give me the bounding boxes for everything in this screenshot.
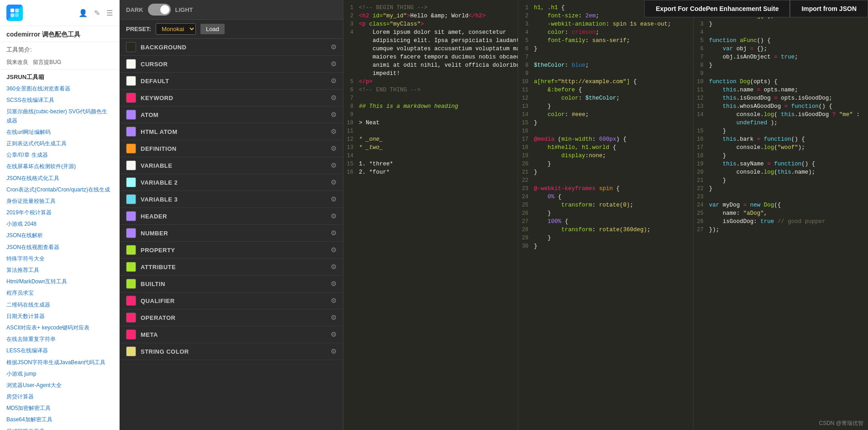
color-swatch[interactable] bbox=[126, 42, 136, 52]
sidebar-link[interactable]: 算法推荐工具 bbox=[0, 265, 119, 276]
color-swatch[interactable] bbox=[126, 346, 136, 356]
gear-icon[interactable]: ⚙ bbox=[331, 178, 337, 186]
improve-btn[interactable]: 我来改良 bbox=[6, 58, 28, 66]
gear-icon[interactable]: ⚙ bbox=[331, 144, 337, 153]
color-swatch[interactable] bbox=[126, 93, 136, 103]
color-name: META bbox=[141, 331, 326, 338]
color-name: OPERATOR bbox=[141, 314, 326, 321]
color-swatch[interactable] bbox=[126, 211, 136, 221]
dark-label: DARK bbox=[126, 6, 143, 13]
sidebar-link[interactable]: 公章/印章 生成器 bbox=[0, 149, 119, 161]
sidebar-link[interactable]: 二维码在线生成器 bbox=[0, 299, 119, 311]
sidebar-link[interactable]: Cron表达式(Crontab/Cron/quartz)在线生成 bbox=[0, 184, 119, 196]
color-swatch[interactable] bbox=[126, 279, 136, 289]
color-item: KEYWORD ⚙ bbox=[120, 90, 343, 106]
sidebar-link[interactable]: 浏览器User-Agent大全 bbox=[0, 380, 119, 391]
sidebar-link[interactable]: 在线屏幕坏点检测软件(开源) bbox=[0, 161, 119, 172]
import-button[interactable]: Import from JSON bbox=[790, 0, 868, 17]
color-item: HEADER ⚙ bbox=[120, 208, 343, 225]
color-swatch[interactable] bbox=[126, 59, 136, 69]
gear-icon[interactable]: ⚙ bbox=[331, 229, 337, 237]
gear-icon[interactable]: ⚙ bbox=[331, 330, 337, 339]
sidebar-link[interactable]: 在线url网址编解码 bbox=[0, 127, 119, 138]
gear-icon[interactable]: ⚙ bbox=[331, 347, 337, 356]
sidebar-link[interactable]: 贝塞尔曲线(cubic-bezier) SVG代码颜色生成器 bbox=[0, 106, 119, 126]
sidebar-actions: 我来改良 留言提BUG bbox=[0, 56, 119, 69]
sidebar-link[interactable]: 特殊字符号大全 bbox=[0, 253, 119, 265]
css-code-panel[interactable]: 1h1, .h1 { 2 font-size: 2em; 3 -webkit-a… bbox=[518, 0, 693, 430]
color-name: DEFAULT bbox=[141, 78, 326, 85]
color-swatch[interactable] bbox=[126, 329, 136, 340]
html-code-panel[interactable]: 1<!-- BEGIN THING --> 2<h2 id="my_id">He… bbox=[343, 0, 518, 430]
sidebar-link[interactable]: ASCII对应表+ keycode键码对应表 bbox=[0, 322, 119, 334]
gear-icon[interactable]: ⚙ bbox=[331, 297, 337, 305]
sidebar-link[interactable]: 360全景图在线浏览查看器 bbox=[0, 83, 119, 95]
sidebar-link[interactable]: Html/MarkDown互转工具 bbox=[0, 276, 119, 287]
color-swatch[interactable] bbox=[126, 228, 136, 238]
color-swatch[interactable] bbox=[126, 76, 136, 86]
sidebar-link[interactable]: MD5加密解密工具 bbox=[0, 403, 119, 414]
load-button[interactable]: Load bbox=[200, 24, 225, 34]
export-button[interactable]: Export For CodePen Enhancement Suite bbox=[644, 0, 790, 17]
sidebar-header: 👤 ✎ ☰ bbox=[0, 0, 119, 26]
sidebar-link[interactable]: 日期天数计算器 bbox=[0, 311, 119, 322]
color-item: HTML ATOM ⚙ bbox=[120, 123, 343, 140]
sidebar-header-icons: 👤 ✎ ☰ bbox=[79, 9, 113, 17]
gear-icon[interactable]: ⚙ bbox=[331, 43, 337, 51]
toggle-switch[interactable] bbox=[148, 4, 171, 16]
gear-icon[interactable]: ⚙ bbox=[331, 246, 337, 254]
sidebar-link[interactable]: 小游戏 jump bbox=[0, 368, 119, 380]
color-item: QUALIFIER ⚙ bbox=[120, 292, 343, 309]
gear-icon[interactable]: ⚙ bbox=[331, 212, 337, 220]
gear-icon[interactable]: ⚙ bbox=[331, 127, 337, 136]
gear-icon[interactable]: ⚙ bbox=[331, 263, 337, 271]
sidebar-link[interactable]: JSON在线格式化工具 bbox=[0, 173, 119, 184]
dark-light-toggle[interactable]: DARK LIGHT bbox=[126, 4, 193, 16]
color-swatch[interactable] bbox=[126, 194, 136, 204]
js-code-panel[interactable]: 1for (var i=0; i<10; i++) { 2 console.lo… bbox=[694, 0, 868, 430]
color-swatch[interactable] bbox=[126, 296, 136, 306]
sidebar-link[interactable]: SCSS在线编译工具 bbox=[0, 95, 119, 106]
sidebar-link[interactable]: 房贷计算器 bbox=[0, 391, 119, 403]
sidebar-link[interactable]: Base64加解密工具 bbox=[0, 414, 119, 425]
color-swatch[interactable] bbox=[126, 313, 136, 323]
sidebar-link[interactable]: 2019年个税计算器 bbox=[0, 207, 119, 218]
sidebar-link[interactable]: JSON在线解析 bbox=[0, 230, 119, 241]
color-swatch[interactable] bbox=[126, 177, 136, 187]
preset-select[interactable]: Monokai bbox=[156, 23, 196, 35]
svg-rect-3 bbox=[15, 13, 19, 17]
color-item: STRING COLOR ⚙ bbox=[120, 343, 343, 360]
color-item: PROPERTY ⚙ bbox=[120, 242, 343, 259]
sidebar: 👤 ✎ ☰ codemirror 调色配色工具 工具简介: 我来改良 留言提BU… bbox=[0, 0, 120, 430]
gear-icon[interactable]: ⚙ bbox=[331, 161, 337, 170]
color-swatch[interactable] bbox=[126, 262, 136, 272]
color-item: VARIABLE 3 ⚙ bbox=[120, 191, 343, 208]
gear-icon[interactable]: ⚙ bbox=[331, 313, 337, 322]
sidebar-link[interactable]: 局域网视觉工具 bbox=[0, 426, 119, 430]
color-swatch[interactable] bbox=[126, 110, 136, 120]
user-icon[interactable]: 👤 bbox=[79, 9, 88, 17]
menu-icon[interactable]: ☰ bbox=[106, 9, 113, 17]
sidebar-link[interactable]: 小游戏 2048 bbox=[0, 218, 119, 230]
gear-icon[interactable]: ⚙ bbox=[331, 94, 337, 102]
sidebar-link[interactable]: JSON在线视图查看器 bbox=[0, 242, 119, 253]
bug-btn[interactable]: 留言提BUG bbox=[33, 58, 61, 66]
color-swatch[interactable] bbox=[126, 127, 136, 137]
gear-icon[interactable]: ⚙ bbox=[331, 111, 337, 119]
gear-icon[interactable]: ⚙ bbox=[331, 60, 337, 68]
sidebar-link[interactable]: 程序员求宝 bbox=[0, 287, 119, 299]
sidebar-link[interactable]: 身份证批量校验工具 bbox=[0, 196, 119, 207]
sidebar-link[interactable]: 根据JSON字符串生成JavaBean代码工具 bbox=[0, 357, 119, 368]
sidebar-link[interactable]: 正则表达式代码生成工具 bbox=[0, 138, 119, 149]
color-swatch[interactable] bbox=[126, 143, 136, 154]
sidebar-link[interactable]: 在线去除重复字符串 bbox=[0, 334, 119, 345]
color-name: PROPERTY bbox=[141, 247, 326, 254]
color-item: VARIABLE 2 ⚙ bbox=[120, 174, 343, 191]
color-swatch[interactable] bbox=[126, 160, 136, 170]
edit-icon[interactable]: ✎ bbox=[94, 9, 100, 17]
color-swatch[interactable] bbox=[126, 245, 136, 255]
gear-icon[interactable]: ⚙ bbox=[331, 280, 337, 288]
gear-icon[interactable]: ⚙ bbox=[331, 77, 337, 85]
gear-icon[interactable]: ⚙ bbox=[331, 195, 337, 203]
sidebar-link[interactable]: LESS在线编译器 bbox=[0, 345, 119, 356]
